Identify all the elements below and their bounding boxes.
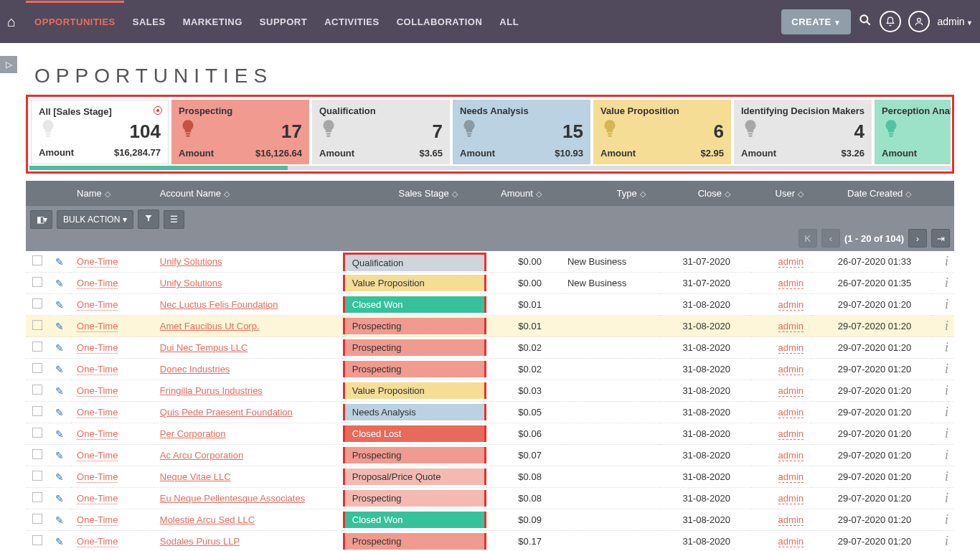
col-user[interactable]: User◇ — [750, 181, 811, 206]
edit-icon[interactable]: ✎ — [55, 471, 64, 483]
nav-item-support[interactable]: SUPPORT — [251, 1, 316, 43]
opportunity-name-link[interactable]: One-Time — [77, 514, 118, 526]
edit-icon[interactable]: ✎ — [55, 514, 64, 526]
kanban-card[interactable]: Prospecting17Amount$16,126.64 — [171, 100, 309, 164]
edit-icon[interactable]: ✎ — [55, 299, 64, 311]
edit-icon[interactable]: ✎ — [55, 493, 64, 504]
sales-stage-badge[interactable]: Prospecting — [345, 447, 484, 463]
edit-icon[interactable]: ✎ — [55, 385, 64, 397]
account-link[interactable]: Quis Pede Praesent Foundation — [160, 407, 293, 418]
sales-stage-badge[interactable]: Value Proposition — [345, 382, 484, 399]
home-icon[interactable]: ⌂ — [7, 14, 16, 30]
col-type[interactable]: Type◇ — [562, 181, 660, 206]
sales-stage-badge[interactable]: Prospecting — [345, 318, 484, 334]
user-link[interactable]: admin — [778, 450, 804, 461]
notifications-icon[interactable] — [880, 11, 901, 32]
col-account[interactable]: Account Name◇ — [154, 181, 343, 206]
kanban-card[interactable]: All [Sales Stage]104Amount$16,284.77 — [31, 100, 169, 164]
opportunity-name-link[interactable]: One-Time — [77, 321, 118, 332]
kanban-scroller[interactable]: All [Sales Stage]104Amount$16,284.77Pros… — [29, 98, 951, 164]
account-link[interactable]: Neque Vitae LLC — [160, 471, 231, 482]
row-checkbox[interactable] — [32, 535, 42, 545]
row-checkbox[interactable] — [32, 298, 42, 309]
opportunity-name-link[interactable]: One-Time — [77, 493, 118, 504]
nav-item-marketing[interactable]: MARKETING — [174, 1, 251, 43]
sales-stage-badge[interactable]: Closed Won — [345, 296, 484, 313]
edit-icon[interactable]: ✎ — [55, 278, 64, 289]
col-close[interactable]: Close◇ — [660, 181, 750, 206]
sales-stage-badge[interactable]: Closed Won — [345, 512, 484, 528]
row-checkbox[interactable] — [32, 492, 42, 502]
info-icon[interactable]: i — [945, 491, 948, 505]
info-icon[interactable]: i — [945, 426, 948, 441]
sales-stage-badge[interactable]: Closed Lost — [345, 425, 484, 442]
account-link[interactable]: Donec Industries — [160, 364, 230, 375]
account-link[interactable]: Molestie Arcu Sed LLC — [160, 514, 255, 525]
info-icon[interactable]: i — [945, 254, 948, 268]
kanban-scrollbar[interactable] — [29, 166, 951, 170]
drawer-toggle[interactable]: ▷ — [0, 56, 17, 73]
row-checkbox[interactable] — [32, 406, 42, 416]
opportunity-name-link[interactable]: One-Time — [77, 471, 118, 483]
sales-stage-badge[interactable]: Proposal/Price Quote — [345, 468, 484, 485]
col-stage[interactable]: Sales Stage◇ — [343, 181, 486, 206]
sales-stage-badge[interactable]: Prospecting — [345, 490, 484, 507]
row-checkbox[interactable] — [32, 385, 42, 395]
create-button[interactable]: CREATE — [781, 9, 851, 34]
account-link[interactable]: Eu Neque Pellentesque Associates — [160, 493, 305, 504]
row-checkbox[interactable] — [32, 320, 42, 330]
filter-button[interactable] — [138, 209, 159, 229]
sales-stage-badge[interactable]: Needs Analysis — [345, 404, 484, 420]
edit-icon[interactable]: ✎ — [55, 256, 64, 268]
account-link[interactable]: Unify Solutions — [160, 256, 222, 267]
opportunity-name-link[interactable]: One-Time — [77, 299, 118, 311]
opportunity-name-link[interactable]: One-Time — [77, 536, 118, 547]
account-link[interactable]: Sodales Purus LLP — [160, 536, 240, 547]
row-checkbox[interactable] — [32, 342, 42, 352]
page-prev-button[interactable]: ‹ — [821, 229, 840, 248]
edit-icon[interactable]: ✎ — [55, 536, 64, 547]
edit-icon[interactable]: ✎ — [55, 428, 64, 440]
user-link[interactable]: admin — [778, 514, 804, 526]
info-icon[interactable]: i — [945, 319, 948, 333]
col-created[interactable]: Date Created◇ — [811, 181, 931, 206]
opportunity-name-link[interactable]: One-Time — [77, 364, 118, 375]
edit-icon[interactable]: ✎ — [55, 407, 64, 418]
row-checkbox[interactable] — [32, 449, 42, 459]
kanban-card[interactable]: Perception AnalyAmount — [875, 100, 951, 164]
row-checkbox[interactable] — [32, 363, 42, 373]
user-menu[interactable]: admin — [937, 16, 973, 27]
account-link[interactable]: Amet Faucibus Ut Corp. — [160, 321, 260, 331]
user-link[interactable]: admin — [778, 342, 804, 354]
sales-stage-badge[interactable]: Prospecting — [345, 339, 484, 356]
page-next-button[interactable]: › — [908, 229, 927, 248]
kanban-card[interactable]: Value Proposition6Amount$2.95 — [593, 100, 731, 164]
user-link[interactable]: admin — [778, 385, 804, 397]
search-icon[interactable] — [858, 13, 872, 31]
user-link[interactable]: admin — [778, 493, 804, 504]
info-icon[interactable]: i — [945, 340, 948, 354]
nav-item-collaboration[interactable]: COLLABORATION — [388, 1, 491, 43]
opportunity-name-link[interactable]: One-Time — [77, 428, 118, 440]
account-link[interactable]: Unify Solutions — [160, 278, 222, 288]
row-checkbox[interactable] — [32, 277, 42, 287]
opportunity-name-link[interactable]: One-Time — [77, 342, 118, 354]
list-view-button[interactable]: ☰ — [164, 210, 184, 229]
account-link[interactable]: Dui Nec Tempus LLC — [160, 342, 248, 353]
info-icon[interactable]: i — [945, 448, 948, 462]
info-icon[interactable]: i — [945, 297, 948, 311]
columns-button[interactable] — [30, 210, 52, 229]
nav-item-all[interactable]: ALL — [491, 1, 527, 43]
info-icon[interactable]: i — [945, 362, 948, 376]
edit-icon[interactable]: ✎ — [55, 342, 64, 354]
info-icon[interactable]: i — [945, 405, 948, 419]
user-icon[interactable] — [908, 11, 930, 32]
user-link[interactable]: admin — [778, 364, 804, 375]
user-link[interactable]: admin — [778, 256, 804, 268]
kanban-card[interactable]: Needs Analysis15Amount$10.93 — [453, 100, 590, 164]
sales-stage-badge[interactable]: Prospecting — [345, 361, 484, 377]
edit-icon[interactable]: ✎ — [55, 321, 64, 332]
nav-item-activities[interactable]: ACTIVITIES — [316, 1, 388, 43]
user-link[interactable]: admin — [778, 321, 804, 332]
page-first-button[interactable]: K — [798, 229, 817, 248]
